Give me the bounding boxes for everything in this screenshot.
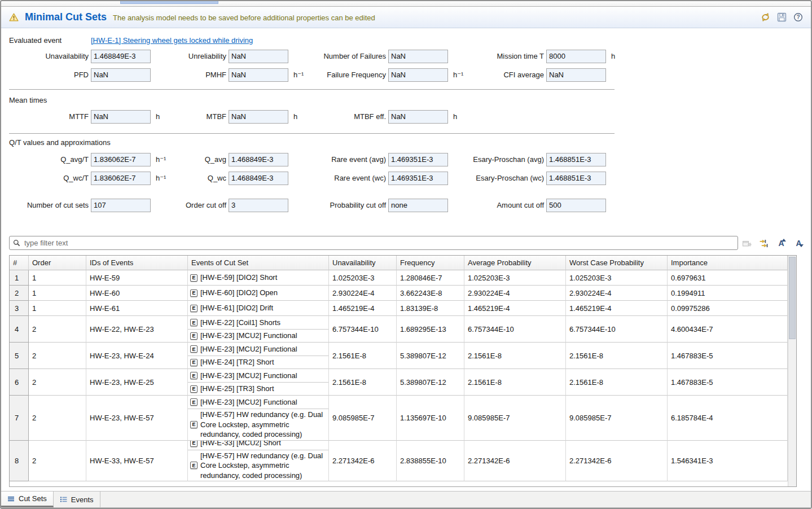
field-unit: h — [289, 112, 310, 121]
mttf-field[interactable]: NaN — [91, 110, 151, 124]
q-wc-field[interactable]: 1.468849E-3 — [229, 172, 288, 185]
save-icon[interactable] — [776, 12, 787, 23]
cell-order: 2 — [29, 396, 86, 441]
cell-events: E[HW-E-23] [MCU2] FunctionalE[HW-E-25] [… — [188, 369, 329, 396]
cut-set-row[interactable]: 52HW-E-23, HW-E-24E[HW-E-23] [MCU2] Func… — [10, 343, 788, 369]
mtbf-eff-field[interactable]: NaN — [388, 110, 448, 124]
cut-set-row[interactable]: 42HW-E-22, HW-E-23E[HW-E-22] [Coil1] Sho… — [10, 316, 788, 343]
cut-set-row[interactable]: 82HW-E-33, HW-E-57E[HW-E-33] [MCU2] Shor… — [10, 441, 788, 482]
evaluated-event-label: Evaluated event — [9, 36, 91, 45]
evaluated-event-row: Evaluated event [HW-E-1] Steering wheel … — [9, 35, 253, 45]
number-of-cut-sets-field[interactable]: 107 — [91, 199, 151, 212]
field-label: Unreliability — [171, 52, 226, 60]
col-worst-case-probability[interactable]: Worst Case Probability — [566, 256, 668, 270]
number-of-failures-field[interactable]: NaN — [388, 50, 448, 63]
cell-order: 1 — [29, 301, 86, 316]
rare-event-wc-field[interactable]: 1.469351E-3 — [388, 172, 448, 185]
active-view-tab-indicator[interactable] — [120, 1, 218, 4]
section-title-mean-times: Mean times — [9, 96, 47, 104]
esary-proschan-avg-field[interactable]: 1.468851E-3 — [546, 153, 606, 166]
col-events-of-cut-set[interactable]: Events of Cut Set — [188, 256, 329, 270]
cut-set-row[interactable]: 21HW-E-60E[HW-E-60] [DIO2] Open2.930224E… — [10, 286, 788, 301]
failure-frequency-field[interactable]: NaN — [388, 68, 448, 82]
mtbf-field[interactable]: NaN — [229, 110, 288, 124]
unreliability-field[interactable]: NaN — [229, 50, 288, 63]
cell-worst-case-probability: 2.930224E-4 — [566, 286, 668, 301]
probability-cut-off-field[interactable]: none — [388, 199, 448, 212]
cell-average-probability: 2.1561E-8 — [464, 343, 566, 369]
field-unit: h⁻¹ — [449, 71, 469, 79]
field-label: Rare event (avg) — [310, 155, 386, 164]
col-number[interactable]: # — [10, 256, 29, 270]
col-ids-of-events[interactable]: IDs of Events — [86, 256, 188, 270]
tab-cut-sets[interactable]: Cut Sets — [1, 492, 54, 507]
amount-cut-off-field[interactable]: 500 — [546, 199, 606, 212]
scrollbar-thumb[interactable] — [789, 257, 796, 339]
mean-times-row: MTTF NaN h MTBF NaN h MTBF eff. NaN h — [9, 107, 630, 126]
sync-icon[interactable] — [760, 12, 770, 23]
event-label: [HW-E-23] [MCU2] Functional — [200, 371, 297, 381]
cell-ids: HW-E-61 — [86, 301, 188, 316]
cut-set-event: E[HW-E-59] [DIO2] Short — [188, 270, 328, 285]
cut-set-event: E[HW-E-57] HW redundancy (e.g. Dual Core… — [188, 409, 328, 440]
event-icon: E — [190, 319, 197, 326]
cfi-average-field[interactable]: NaN — [546, 68, 606, 82]
col-average-probability[interactable]: Average Probability — [464, 256, 566, 270]
cell-number: 4 — [10, 316, 29, 343]
cell-number: 3 — [10, 301, 29, 316]
cut-set-row[interactable]: 72HW-E-23, HW-E-57E[HW-E-23] [MCU2] Func… — [10, 396, 788, 441]
tab-label: Cut Sets — [19, 494, 47, 503]
col-order[interactable]: Order — [29, 256, 86, 270]
rare-event-avg-field[interactable]: 1.469351E-3 — [388, 153, 448, 166]
esary-proschan-wc-field[interactable]: 1.468851E-3 — [546, 172, 606, 185]
field-unit: h⁻¹ — [152, 155, 171, 164]
unavailability-field[interactable]: 1.468849E-3 — [91, 50, 151, 63]
help-icon[interactable]: ? — [793, 12, 803, 23]
events-list-icon — [60, 496, 68, 503]
q-avg-t-field[interactable]: 1.836062E-7 — [91, 153, 151, 166]
q-avg-field[interactable]: 1.468849E-3 — [229, 153, 288, 166]
font-increase-icon[interactable]: A — [776, 238, 786, 248]
cell-order: 1 — [29, 286, 86, 301]
vertical-scrollbar[interactable] — [788, 256, 796, 486]
link-with-editor-icon[interactable] — [742, 239, 752, 248]
event-label: [HW-E-59] [DIO2] Short — [200, 273, 277, 283]
order-cut-off-field[interactable]: 3 — [229, 199, 288, 212]
cell-events: E[HW-E-33] [MCU2] ShortE[HW-E-57] HW red… — [188, 441, 329, 482]
cell-number: 8 — [10, 441, 29, 482]
col-unavailability[interactable]: Unavailability — [329, 256, 397, 270]
field-unit: h⁻¹ — [289, 71, 310, 79]
cell-average-probability: 6.757344E-10 — [464, 316, 566, 343]
font-decrease-icon[interactable]: A — [793, 238, 804, 248]
event-label: [HW-E-61] [DIO2] Drift — [200, 303, 273, 313]
cut-set-row[interactable]: 31HW-E-61E[HW-E-61] [DIO2] Drift1.465219… — [10, 301, 788, 316]
event-icon: E — [190, 385, 197, 393]
col-frequency[interactable]: Frequency — [397, 256, 464, 270]
cell-importance: 1.546341E-3 — [668, 441, 788, 482]
pmhf-field[interactable]: NaN — [229, 68, 288, 82]
pfd-field[interactable]: NaN — [91, 68, 151, 82]
event-icon: E — [190, 332, 197, 340]
field-unit: h⁻¹ — [152, 174, 171, 182]
event-label: [HW-E-57] HW redundancy (e.g. Dual Core … — [200, 451, 326, 481]
filter-input[interactable] — [23, 238, 734, 248]
event-icon: E — [190, 372, 197, 379]
cell-importance: 1.467883E-5 — [668, 369, 788, 396]
mission-time-field[interactable]: 8000 — [546, 50, 606, 63]
collapse-all-icon[interactable] — [759, 239, 769, 248]
event-label: [HW-E-22] [Coil1] Shorts — [200, 318, 280, 328]
col-importance[interactable]: Importance — [668, 256, 788, 270]
cut-set-event: E[HW-E-23] [MCU2] Functional — [188, 329, 328, 342]
q-wc-t-field[interactable]: 1.836062E-7 — [91, 172, 151, 185]
cut-set-row[interactable]: 11HW-E-59E[HW-E-59] [DIO2] Short1.025203… — [10, 270, 788, 286]
evaluated-event-link[interactable]: [HW-E-1] Steering wheel gets locked whil… — [91, 36, 253, 45]
cut-set-event: E[HW-E-24] [TR2] Short — [188, 356, 328, 368]
filter-toolbar: A A — [742, 237, 804, 249]
field-unit: h — [449, 112, 469, 121]
cut-set-row[interactable]: 62HW-E-23, HW-E-25E[HW-E-23] [MCU2] Func… — [10, 369, 788, 396]
tab-events[interactable]: Events — [54, 492, 100, 507]
cut-set-event: E[HW-E-25] [TR3] Short — [188, 382, 328, 395]
section-title-qt-values: Q/T values and approximations — [9, 138, 111, 147]
qt-row-1: Q_avg/T 1.836062E-7 h⁻¹ Q_avg 1.468849E-… — [9, 150, 630, 169]
cell-number: 7 — [10, 396, 29, 441]
